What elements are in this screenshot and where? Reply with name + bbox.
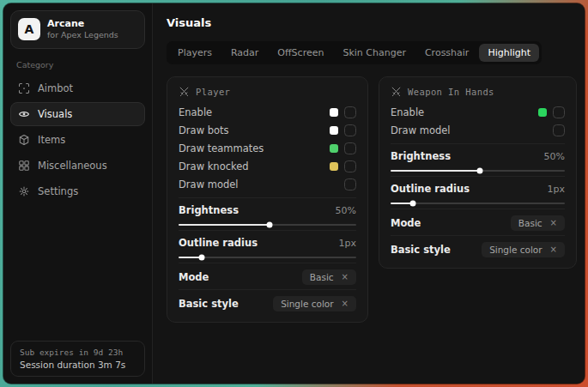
slider-fill: [179, 224, 270, 226]
slider-value: 1px: [339, 238, 357, 249]
tab-highlight[interactable]: Highlight: [479, 44, 539, 62]
subscription-card: Sub expires in 9d 23h Session duration 3…: [10, 341, 145, 377]
slider-row: Brightness 50%: [391, 143, 565, 172]
sidebar-item-visuals[interactable]: Visuals: [10, 102, 145, 126]
select-row: Mode Basic ×: [391, 209, 565, 231]
toggle-row: Draw bots: [179, 121, 356, 139]
select-row: Mode Basic ×: [179, 263, 356, 285]
category-label: Category: [16, 60, 139, 70]
toggle-row: Enable: [179, 103, 356, 121]
slider-value: 1px: [548, 184, 566, 195]
slider-value: 50%: [544, 151, 565, 162]
slider[interactable]: [391, 170, 565, 172]
brand-card: A Arcane for Apex Legends: [10, 10, 145, 49]
select-chip[interactable]: Basic ×: [302, 269, 356, 285]
sidebar-item-aimbot[interactable]: Aimbot: [10, 76, 145, 100]
toggle-row: Draw model: [179, 175, 356, 193]
checkbox[interactable]: [344, 178, 356, 190]
checkbox[interactable]: [553, 106, 565, 118]
misc-grid-icon: [18, 160, 30, 172]
slider-row: Outline radius 1px: [179, 230, 356, 258]
session-duration-text: Session duration 3m 7s: [20, 360, 136, 370]
checkbox[interactable]: [344, 142, 356, 154]
select-value: Single color: [489, 245, 542, 255]
crossed-swords-icon: [179, 86, 190, 97]
select-row: Basic style Single color ×: [179, 289, 356, 311]
slider-value: 50%: [336, 205, 356, 216]
color-swatch[interactable]: [330, 162, 338, 171]
slider[interactable]: [391, 203, 565, 204]
brand-subtitle: for Apex Legends: [47, 30, 130, 40]
page-title: Visuals: [167, 16, 577, 29]
color-swatch[interactable]: [330, 144, 338, 153]
tab-crosshair[interactable]: Crosshair: [416, 44, 477, 62]
sidebar-item-miscellaneous[interactable]: Miscellaneous: [10, 154, 145, 178]
select-chip[interactable]: Basic ×: [511, 215, 565, 231]
cards-container: Player Enable Draw bots Draw teammates D…: [167, 76, 577, 323]
select-row: Basic style Single color ×: [391, 235, 565, 257]
color-swatch[interactable]: [538, 108, 547, 117]
sidebar: A Arcane for Apex Legends Category Aimbo…: [3, 3, 153, 384]
tab-offscreen[interactable]: OffScreen: [269, 44, 332, 62]
slider-fill: [391, 170, 480, 172]
tab-skin-changer[interactable]: Skin Changer: [334, 44, 415, 62]
tab-radar[interactable]: Radar: [222, 44, 267, 62]
checkbox[interactable]: [344, 124, 356, 136]
items-box-icon: [18, 134, 30, 146]
toggle-row: Draw teammates: [179, 139, 356, 157]
aimbot-frame-icon: [18, 82, 30, 94]
slider-thumb[interactable]: [476, 168, 482, 174]
settings-gear-icon: [18, 185, 30, 197]
sidebar-item-settings[interactable]: Settings: [10, 179, 145, 203]
slider[interactable]: [179, 224, 356, 226]
card-title: Player: [196, 87, 230, 97]
slider-row: Brightness 50%: [179, 197, 356, 226]
checkbox[interactable]: [344, 160, 356, 172]
slider-thumb[interactable]: [198, 255, 204, 261]
select-chip[interactable]: Single color ×: [482, 242, 565, 257]
close-icon[interactable]: ×: [342, 299, 349, 308]
brand-logo: A: [18, 18, 40, 40]
crossed-swords-icon: [391, 86, 402, 97]
sub-expiry-text: Sub expires in 9d 23h: [20, 348, 136, 357]
close-icon[interactable]: ×: [550, 245, 557, 254]
toggle-row: Draw knocked: [179, 157, 356, 175]
tab-players[interactable]: Players: [169, 44, 221, 62]
card-title: Weapon In Hands: [408, 87, 494, 97]
close-icon[interactable]: ×: [342, 273, 349, 281]
main-panel: Visuals PlayersRadarOffScreenSkin Change…: [153, 3, 585, 384]
close-icon[interactable]: ×: [550, 219, 557, 227]
slider-thumb[interactable]: [410, 201, 416, 207]
color-swatch[interactable]: [330, 108, 338, 117]
color-swatch[interactable]: [330, 126, 338, 135]
checkbox[interactable]: [553, 124, 565, 136]
select-value: Basic: [518, 218, 543, 228]
brand-title: Arcane: [47, 18, 130, 30]
settings-card: Player Enable Draw bots Draw teammates D…: [167, 76, 368, 323]
select-chip[interactable]: Single color ×: [273, 296, 356, 311]
slider[interactable]: [179, 257, 356, 258]
checkbox[interactable]: [344, 106, 356, 118]
slider-row: Outline radius 1px: [391, 176, 565, 204]
select-value: Basic: [310, 272, 334, 282]
settings-card: Weapon In Hands Enable Draw model Bright…: [379, 76, 577, 269]
desktop-background: A Arcane for Apex Legends Category Aimbo…: [0, 0, 588, 387]
toggle-row: Draw model: [391, 121, 565, 139]
select-value: Single color: [281, 299, 333, 309]
app-window: A Arcane for Apex Legends Category Aimbo…: [3, 3, 585, 384]
slider-thumb[interactable]: [266, 222, 272, 228]
tab-bar: PlayersRadarOffScreenSkin ChangerCrossha…: [167, 41, 542, 64]
sidebar-nav: Aimbot Visuals Items Miscellaneous Setti…: [10, 76, 145, 205]
visuals-eye-icon: [18, 108, 30, 120]
sidebar-item-items[interactable]: Items: [10, 128, 145, 152]
toggle-row: Enable: [391, 103, 565, 121]
